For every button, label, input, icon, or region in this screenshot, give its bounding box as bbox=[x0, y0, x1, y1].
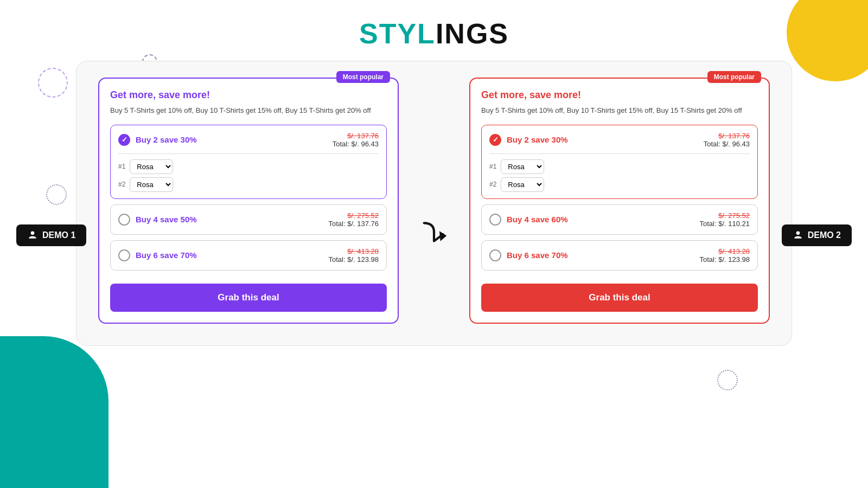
header: STYLINGS bbox=[0, 0, 868, 61]
demo2-option3[interactable]: Buy 6 save 70% $/. 413.28 Total: $/. 123… bbox=[481, 240, 758, 271]
demo1-option3-label: Buy 6 save 70% bbox=[136, 251, 197, 260]
demo2-badge: Most popular bbox=[707, 71, 761, 83]
card-wrapper: Most popular Get more, save more! Buy 5 … bbox=[76, 61, 792, 346]
demo1-option3[interactable]: Buy 6 save 70% $/. 413.28 Total: $/. 123… bbox=[110, 240, 387, 271]
demo1-grab-deal-button[interactable]: Grab this deal bbox=[110, 284, 387, 312]
demo1-dd1-num: #1 bbox=[118, 163, 125, 170]
demo2-option1-strike: $/. 137.76 bbox=[704, 132, 750, 140]
demo2-dd2-num: #2 bbox=[489, 181, 496, 188]
arrow-middle bbox=[420, 78, 448, 246]
demo2-option2-radio bbox=[489, 214, 501, 226]
demo2-sidebar-btn[interactable]: DEMO 2 bbox=[782, 217, 852, 246]
logo: STYLINGS bbox=[0, 17, 868, 50]
demo2-option1-check bbox=[489, 134, 501, 146]
demo1-option1-left: Buy 2 save 30% bbox=[118, 134, 197, 146]
deco-dots-right-bottom bbox=[717, 370, 738, 390]
demo2-widget-card: Most popular Get more, save more! Buy 5 … bbox=[469, 78, 770, 324]
demo1-option1-header: Buy 2 save 30% $/. 137.76 Total: $/. 96.… bbox=[118, 132, 379, 148]
demo2-option3-label: Buy 6 save 70% bbox=[507, 251, 568, 260]
demo1-option3-radio bbox=[118, 249, 130, 261]
demo2-button[interactable]: DEMO 2 bbox=[782, 224, 852, 246]
demo1-option1[interactable]: Buy 2 save 30% $/. 137.76 Total: $/. 96.… bbox=[110, 125, 387, 199]
demo2-option3-strike: $/. 413.28 bbox=[699, 247, 750, 255]
demo2-option2-label: Buy 4 save 60% bbox=[507, 215, 568, 224]
demo1-label: DEMO 1 bbox=[42, 230, 75, 240]
demo1-button[interactable]: DEMO 1 bbox=[16, 224, 86, 246]
demo2-option2-left: Buy 4 save 60% bbox=[489, 214, 568, 226]
demo2-option2-header: Buy 4 save 60% $/. 275.52 Total: $/. 110… bbox=[489, 211, 750, 228]
demo1-option2-price: $/. 275.52 Total: $/. 137.76 bbox=[328, 211, 379, 228]
demo2-label: DEMO 2 bbox=[808, 230, 841, 240]
demo2-option3-header: Buy 6 save 70% $/. 413.28 Total: $/. 123… bbox=[489, 247, 750, 264]
person-icon-demo1 bbox=[27, 230, 38, 241]
svg-marker-2 bbox=[439, 231, 446, 241]
demo2-widget-subtitle: Buy 5 T-Shirts get 10% off, Buy 10 T-Shi… bbox=[481, 105, 758, 116]
demo2-dd1-num: #1 bbox=[489, 163, 496, 170]
demo1-option2-left: Buy 4 save 50% bbox=[118, 214, 197, 226]
demo1-dropdown1: #1 Rosa bbox=[118, 159, 379, 174]
demo1-option1-divider bbox=[118, 153, 379, 154]
demo1-option3-price: $/. 413.28 Total: $/. 123.98 bbox=[328, 247, 379, 264]
demo2-dd1-select[interactable]: Rosa bbox=[501, 159, 544, 174]
demo1-option3-left: Buy 6 save 70% bbox=[118, 249, 197, 261]
demo2-option2-strike: $/. 275.52 bbox=[699, 211, 750, 220]
demo2-option1-left: Buy 2 save 30% bbox=[489, 134, 568, 146]
demo1-option1-strike: $/. 137.76 bbox=[333, 132, 379, 140]
demo1-option1-total: Total: $/. 96.43 bbox=[333, 140, 379, 148]
demo1-option2-header: Buy 4 save 50% $/. 275.52 Total: $/. 137… bbox=[118, 211, 379, 228]
demo1-dd2-num: #2 bbox=[118, 181, 125, 188]
demo1-badge: Most popular bbox=[336, 71, 390, 83]
demo2-dropdown1: #1 Rosa bbox=[489, 159, 750, 174]
demo1-option3-header: Buy 6 save 70% $/. 413.28 Total: $/. 123… bbox=[118, 247, 379, 264]
main-container: Most popular Get more, save more! Buy 5 … bbox=[0, 61, 868, 346]
demo2-option2[interactable]: Buy 4 save 60% $/. 275.52 Total: $/. 110… bbox=[481, 204, 758, 235]
demo2-dropdown2: #2 Rosa bbox=[489, 177, 750, 192]
demo1-option3-total: Total: $/. 123.98 bbox=[328, 255, 379, 264]
svg-point-1 bbox=[796, 232, 800, 235]
arrow-icon bbox=[420, 219, 448, 246]
demo2-option1[interactable]: Buy 2 save 30% $/. 137.76 Total: $/. 96.… bbox=[481, 125, 758, 199]
demo2-option1-divider bbox=[489, 153, 750, 154]
logo-ings: INGS bbox=[436, 18, 509, 49]
demo1-widget-card: Most popular Get more, save more! Buy 5 … bbox=[98, 78, 399, 324]
demo1-option2-total: Total: $/. 137.76 bbox=[328, 220, 379, 228]
demo2-option1-price: $/. 137.76 Total: $/. 96.43 bbox=[704, 132, 750, 148]
deco-teal-shape bbox=[0, 336, 108, 488]
demo2-option3-total: Total: $/. 123.98 bbox=[699, 255, 750, 264]
demo2-option2-price: $/. 275.52 Total: $/. 110.21 bbox=[699, 211, 750, 228]
demo2-grab-deal-button[interactable]: Grab this deal bbox=[481, 284, 758, 312]
demo2-option1-total: Total: $/. 96.43 bbox=[704, 140, 750, 148]
demo1-option2[interactable]: Buy 4 save 50% $/. 275.52 Total: $/. 137… bbox=[110, 204, 387, 235]
svg-point-0 bbox=[31, 232, 35, 235]
demo2-option1-label: Buy 2 save 30% bbox=[507, 135, 568, 144]
demo1-dd1-select[interactable]: Rosa bbox=[130, 159, 173, 174]
demo2-dropdowns: #1 Rosa #2 Rosa bbox=[489, 159, 750, 192]
demo2-panel: Most popular Get more, save more! Buy 5 … bbox=[469, 78, 770, 324]
demo1-option2-radio bbox=[118, 214, 130, 226]
demo1-dropdown2: #2 Rosa bbox=[118, 177, 379, 192]
demo2-option3-left: Buy 6 save 70% bbox=[489, 249, 568, 261]
person-icon-demo2 bbox=[793, 230, 803, 241]
demo1-widget-title: Get more, save more! bbox=[110, 89, 387, 101]
demo1-option1-label: Buy 2 save 30% bbox=[136, 135, 197, 144]
demo1-dd2-select[interactable]: Rosa bbox=[130, 177, 173, 192]
demo1-option2-strike: $/. 275.52 bbox=[328, 211, 379, 220]
demo1-option1-check bbox=[118, 134, 130, 146]
demo1-panel: Most popular Get more, save more! Buy 5 … bbox=[98, 78, 399, 324]
demo1-option2-label: Buy 4 save 50% bbox=[136, 215, 197, 224]
demo1-widget-subtitle: Buy 5 T-Shirts get 10% off, Buy 10 T-Shi… bbox=[110, 105, 387, 116]
demo2-option1-header: Buy 2 save 30% $/. 137.76 Total: $/. 96.… bbox=[489, 132, 750, 148]
demo2-widget-title: Get more, save more! bbox=[481, 89, 758, 101]
logo-styl: STYL bbox=[359, 18, 436, 49]
demo1-dropdowns: #1 Rosa #2 Rosa bbox=[118, 159, 379, 192]
demo2-dd2-select[interactable]: Rosa bbox=[501, 177, 544, 192]
demo2-option3-radio bbox=[489, 249, 501, 261]
demo1-option1-price: $/. 137.76 Total: $/. 96.43 bbox=[333, 132, 379, 148]
demo1-sidebar-btn[interactable]: DEMO 1 bbox=[16, 217, 86, 246]
demo1-option3-strike: $/. 413.28 bbox=[328, 247, 379, 255]
demo2-option2-total: Total: $/. 110.21 bbox=[699, 220, 750, 228]
demo2-option3-price: $/. 413.28 Total: $/. 123.98 bbox=[699, 247, 750, 264]
